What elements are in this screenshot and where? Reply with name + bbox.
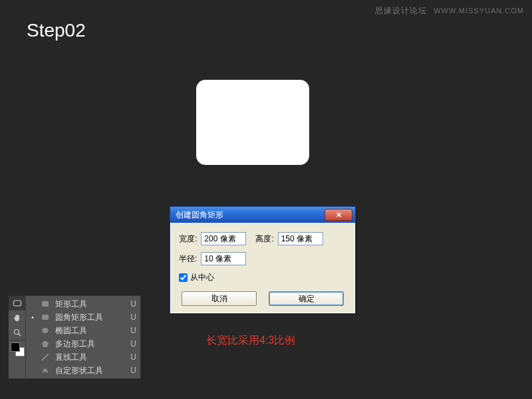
rounded-rect-tool-icon[interactable] [9,296,26,311]
shape-tool-list: 矩形工具 U • 圆角矩形工具 U 椭圆工具 U 多边形工具 U 直线工具 U [26,296,140,378]
tool-label: 圆角矩形工具 [55,312,125,323]
tool-shortcut: U [130,366,136,375]
create-rounded-rect-dialog: 创建圆角矩形 ✕ 宽度: 高度: 半径: 从中心 取消 确定 [170,206,356,314]
from-center-checkbox[interactable] [179,273,188,282]
tool-shortcut: U [130,313,136,322]
tool-label: 自定形状工具 [55,365,125,376]
rounded-rectangle-icon [41,313,50,322]
tool-label: 矩形工具 [55,299,125,310]
dialog-title: 创建圆角矩形 [176,209,325,221]
ratio-note: 长宽比采用4:3比例 [206,334,295,348]
polygon-icon [41,339,50,348]
shape-tool-panel: 矩形工具 U • 圆角矩形工具 U 椭圆工具 U 多边形工具 U 直线工具 U [8,295,141,379]
tool-item-line[interactable]: 直线工具 U [26,350,140,364]
svg-line-7 [42,354,49,360]
from-center-label: 从中心 [190,272,214,283]
radius-label: 半径: [179,253,197,265]
color-swatch[interactable] [9,340,26,358]
svg-rect-0 [14,301,21,306]
close-icon: ✕ [336,211,342,219]
tool-item-rounded-rectangle[interactable]: • 圆角矩形工具 U [26,311,140,324]
tool-label: 多边形工具 [55,338,125,350]
toolbar-column [9,296,26,378]
step-title: Step02 [27,20,86,41]
tool-label: 椭圆工具 [55,325,125,336]
tool-item-rectangle[interactable]: 矩形工具 U [26,297,140,311]
tool-label: 直线工具 [55,352,125,363]
custom-shape-icon [41,366,50,375]
svg-rect-4 [42,315,49,320]
radius-row: 半径: [179,252,346,265]
tool-item-custom-shape[interactable]: 自定形状工具 U [26,364,140,377]
cancel-button[interactable]: 取消 [182,291,257,306]
rectangle-icon [41,299,50,309]
radius-input[interactable] [201,252,246,265]
tool-shortcut: U [130,326,136,335]
dialog-titlebar[interactable]: 创建圆角矩形 ✕ [170,207,355,223]
line-icon [41,352,50,362]
tool-shortcut: U [130,339,136,348]
zoom-tool-icon[interactable] [9,325,26,340]
canvas-rounded-rect [196,80,309,165]
width-height-row: 宽度: 高度: [179,232,346,245]
close-button[interactable]: ✕ [325,209,352,221]
watermark-url: WWW.MISSYUAN.COM [434,7,524,15]
svg-rect-3 [42,301,49,307]
svg-marker-6 [42,340,49,347]
height-label: 高度: [255,233,273,245]
tool-shortcut: U [130,299,136,309]
tool-shortcut: U [130,352,136,362]
dialog-button-row: 取消 确定 [179,291,346,306]
ellipse-icon [41,326,50,335]
tool-item-polygon[interactable]: 多边形工具 U [26,337,140,350]
svg-point-5 [42,328,49,333]
svg-point-1 [15,330,19,334]
width-input[interactable] [201,232,246,245]
dialog-body: 宽度: 高度: 半径: 从中心 取消 确定 [170,223,355,313]
from-center-row: 从中心 [179,272,346,283]
ok-button[interactable]: 确定 [269,291,344,306]
foreground-swatch[interactable] [11,342,20,352]
hand-tool-icon[interactable] [9,311,26,325]
tool-item-ellipse[interactable]: 椭圆工具 U [26,324,140,337]
height-input[interactable] [278,232,323,245]
watermark: 思缘设计论坛 WWW.MISSYUAN.COM [375,5,524,17]
tool-selected-dot: • [30,314,35,321]
watermark-cn: 思缘设计论坛 [375,6,427,15]
width-label: 宽度: [179,233,197,245]
svg-line-2 [19,334,21,336]
